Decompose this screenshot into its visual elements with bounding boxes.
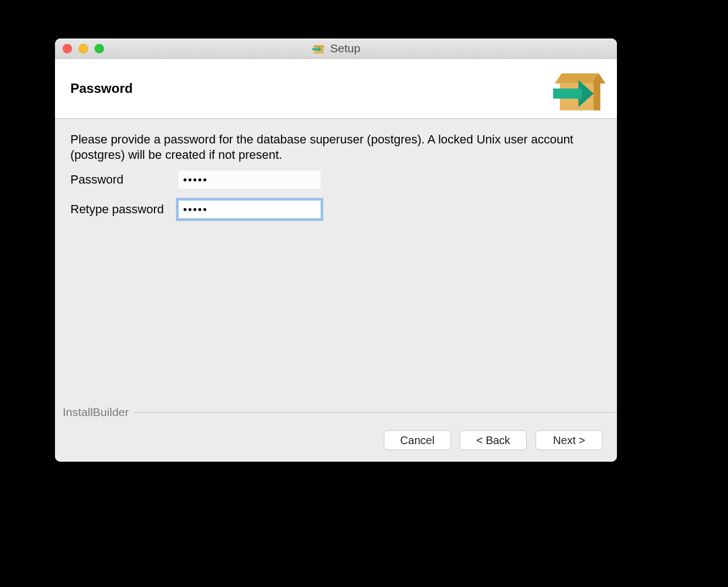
cancel-button[interactable]: Cancel: [384, 430, 451, 450]
footer: Cancel < Back Next >: [55, 419, 617, 462]
setup-window: Setup Password Please provide a password…: [55, 38, 617, 462]
retype-password-row: Retype password: [70, 200, 602, 219]
box-arrow-icon: [553, 62, 607, 115]
window-title: Setup: [330, 42, 361, 55]
page-header: Password: [55, 59, 617, 119]
svg-marker-5: [594, 73, 605, 110]
svg-marker-0: [313, 45, 324, 47]
password-label: Password: [70, 173, 173, 187]
branding-row: InstallBuilder: [55, 406, 617, 419]
titlebar: Setup: [55, 38, 617, 59]
next-button[interactable]: Next >: [536, 430, 603, 450]
retype-password-input[interactable]: [178, 200, 321, 219]
password-input[interactable]: [178, 170, 321, 189]
back-button[interactable]: < Back: [460, 430, 527, 450]
zoom-window-button[interactable]: [95, 44, 104, 53]
branding-text: InstallBuilder: [55, 406, 134, 419]
minimize-window-button[interactable]: [79, 44, 88, 53]
divider: [134, 412, 617, 413]
password-row: Password: [70, 170, 602, 189]
close-window-button[interactable]: [63, 44, 72, 53]
retype-password-label: Retype password: [70, 202, 173, 217]
window-controls: [63, 44, 104, 53]
description-text: Please provide a password for the databa…: [70, 132, 598, 163]
svg-marker-2: [312, 47, 321, 52]
svg-rect-1: [314, 47, 324, 53]
content-area: Please provide a password for the databa…: [55, 119, 617, 419]
page-title: Password: [70, 81, 133, 96]
box-arrow-icon: [312, 41, 326, 56]
